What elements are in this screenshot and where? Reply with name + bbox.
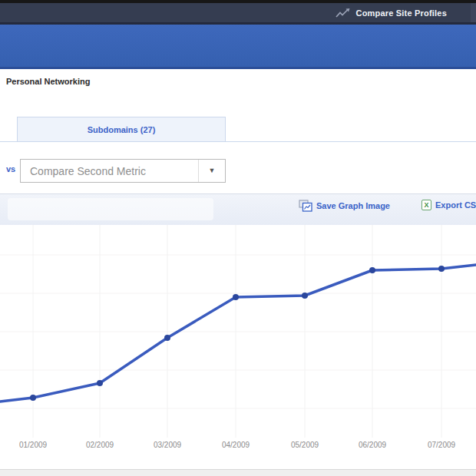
line-chart-canvas [0,225,476,469]
compare-second-metric-dropdown[interactable]: Compare Second Metric ▼ [20,159,226,183]
x-axis-label: 07/2009 [420,441,463,449]
app-window: Compare Site Profiles Personal Networkin… [0,0,476,476]
x-axis-label: 06/2009 [351,441,394,449]
save-graph-image-label: Save Graph Image [316,201,390,210]
export-csv-label: Export CSV [435,200,476,210]
x-axis-label: 05/2009 [283,441,326,449]
excel-file-icon: X [421,200,431,210]
tabs-bottom-border [0,141,476,142]
traffic-line-chart[interactable]: 01/2009 02/2009 03/2009 04/2009 05/2009 … [0,225,476,469]
dropdown-selected-value: Compare Second Metric [21,165,198,177]
trend-chart-icon [336,8,351,18]
x-axis-label: 03/2009 [146,441,189,449]
graph-image-icon [299,200,312,212]
compare-site-profiles-label: Compare Site Profiles [355,8,447,18]
x-axis-label: 02/2009 [78,441,121,449]
export-csv-link[interactable]: X Export CSV [421,200,476,210]
x-axis-label: 04/2009 [214,441,257,449]
tab-subdomains[interactable]: Subdomains (27) [17,117,226,141]
top-navigation-bar: Compare Site Profiles [0,3,476,22]
compare-site-profiles-link[interactable]: Compare Site Profiles [336,3,447,22]
tab-subdomains-label: Subdomains (27) [88,125,156,134]
nav-partial-item [471,3,476,22]
category-label: Personal Networking [6,77,90,86]
site-header-band [0,25,476,69]
graph-toolbar: Save Graph Image X Export CSV [0,193,476,225]
page-footer-edge [0,469,476,476]
x-axis-label: 01/2009 [12,441,55,449]
vs-label: vs [6,164,15,174]
chevron-down-icon: ▼ [198,160,225,182]
toolbar-left-panel [8,198,213,220]
save-graph-image-link[interactable]: Save Graph Image [299,200,390,212]
